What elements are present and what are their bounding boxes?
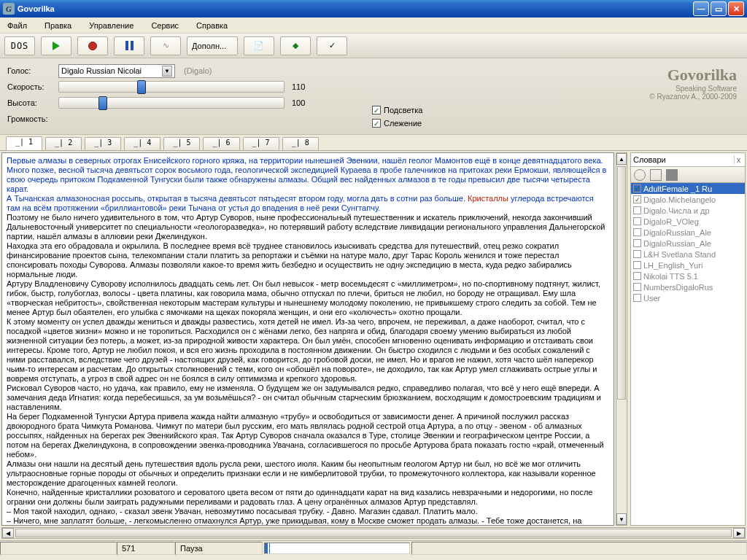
dict-item[interactable]: Digalo.Числа и др [631, 205, 745, 216]
highlight-checkbox[interactable]: ✓Подсветка [372, 104, 422, 117]
checkbox-icon: ✓ [633, 184, 641, 192]
dict-item[interactable]: NumbersDigaloRus [631, 281, 745, 292]
tab-2[interactable]: _| 2 [45, 137, 82, 150]
scroll-left-icon[interactable]: ◀ [2, 528, 14, 538]
dropdown-icon: ▼ [162, 66, 172, 77]
minimize-button[interactable]: — [693, 1, 709, 16]
dict-search-input[interactable] [633, 154, 734, 166]
text-pane[interactable]: Первые алмазы в северных отрогах Енисейс… [1, 152, 614, 526]
menubar: Файл Правка Управление Сервис Справка [0, 18, 747, 34]
speed-slider[interactable] [58, 81, 285, 93]
stop-button[interactable] [77, 36, 108, 55]
status-cell-1 [0, 542, 117, 555]
dict-item[interactable]: L&H Svetlana Stand [631, 249, 745, 260]
checkbox-icon [633, 283, 641, 291]
voice-select[interactable]: Digalo Russian Nicolai ▼ [58, 64, 175, 78]
checkbox-icon [633, 261, 641, 269]
check-icon: ✓ [329, 41, 336, 50]
hscroll-thumb[interactable] [15, 529, 732, 537]
dict-item[interactable]: DigaloRussian_Ale [631, 227, 745, 238]
text-body: Поэтому не было ничего удивительного в т… [7, 213, 605, 526]
clear-icon[interactable]: x [734, 155, 743, 164]
menu-control[interactable]: Управление [85, 20, 138, 31]
tab-8[interactable]: _| 8 [282, 137, 319, 150]
engine-label: (Digalo) [184, 66, 212, 75]
dict-item[interactable]: Nikolai TTS 5.1 [631, 271, 745, 281]
checkbox-icon: ✓ [372, 119, 381, 128]
tab-3[interactable]: _| 3 [85, 137, 121, 150]
dos-button[interactable]: DOS [4, 36, 35, 55]
vscrollbar[interactable]: ▲ ▼ [616, 152, 627, 526]
dict-toolbar [630, 167, 746, 183]
tool-a-button[interactable]: ∿ [150, 36, 181, 55]
window-title: Govorilka [18, 4, 55, 13]
dict-item[interactable]: User [631, 292, 745, 303]
checkbox-icon: ✓ [633, 195, 641, 203]
tab-4[interactable]: _| 4 [124, 137, 160, 150]
status-state: Пауза [175, 542, 263, 555]
checkbox-icon [633, 206, 641, 214]
tab-5[interactable]: _| 5 [163, 137, 200, 150]
dict-item[interactable]: DigaloRussian_Ale [631, 238, 745, 249]
dict-list: ✓AdultFemale _1 Ru✓Digalo.MichelangeloDi… [630, 183, 746, 526]
dict-search: x [630, 152, 746, 167]
check-button[interactable]: ✓ [317, 36, 347, 55]
dict-item[interactable]: LH_English_Yuri [631, 260, 745, 271]
dict-item[interactable]: ✓AdultFemale _1 Ru [631, 183, 745, 194]
statusbar: 571 Пауза [0, 540, 747, 555]
speed-label: Скорость: [7, 82, 58, 91]
tab-1[interactable]: _| 1 [6, 136, 42, 150]
menu-help[interactable]: Справка [192, 20, 232, 31]
scroll-up-icon[interactable]: ▲ [616, 153, 627, 165]
checkbox-icon [633, 250, 641, 258]
text-highlight: Первые алмазы в северных отрогах Енисейс… [7, 156, 606, 193]
brand: Govorilka Speaking Software © Ryazanov A… [649, 66, 737, 101]
stop-icon [88, 42, 97, 50]
menu-service[interactable]: Сервис [147, 20, 183, 31]
pitch-slider[interactable] [58, 97, 285, 109]
document-icon: 📄 [254, 41, 264, 50]
main-area: Первые алмазы в северных отрогах Енисейс… [0, 151, 747, 527]
voice-label: Голос: [7, 66, 58, 75]
dict-button[interactable]: ◆ [280, 36, 311, 55]
book-icon: ◆ [293, 41, 298, 50]
pitch-value: 100 [292, 98, 312, 107]
follow-checkbox[interactable]: ✓Слежение [372, 117, 422, 130]
scroll-down-icon[interactable]: ▼ [616, 513, 627, 525]
status-cell-rest [411, 542, 747, 555]
menu-edit[interactable]: Правка [40, 20, 76, 31]
scroll-right-icon[interactable]: ▶ [733, 528, 745, 538]
close-button[interactable]: ✕ [728, 1, 744, 16]
play-button[interactable] [41, 36, 71, 55]
volume-label: Громкость: [7, 114, 58, 123]
extra-button[interactable]: Дополн... [187, 36, 238, 55]
slider-thumb[interactable] [98, 96, 107, 110]
dict-item[interactable]: DigaloR_VOleg [631, 216, 745, 227]
square-icon[interactable] [650, 169, 662, 181]
tabstrip: _| 1_| 2_| 3_| 4_| 5_| 6_| 7_| 8 [0, 135, 747, 151]
play-icon [53, 42, 60, 50]
pause-button[interactable] [114, 36, 144, 55]
toolbar: DOS ∿ Дополн... 📄 ◆ ✓ [0, 34, 747, 58]
maximize-button[interactable]: ▭ [711, 1, 727, 16]
slider-thumb[interactable] [137, 80, 146, 94]
tab-7[interactable]: _| 7 [243, 137, 279, 150]
tab-6[interactable]: _| 6 [203, 137, 239, 150]
dictionary-panel: x ✓AdultFemale _1 Ru✓Digalo.Michelangelo… [630, 152, 746, 526]
menu-file[interactable]: Файл [3, 20, 31, 31]
dict-item[interactable]: ✓Digalo.Michelangelo [631, 194, 745, 205]
wave-icon: ∿ [163, 41, 169, 50]
checkbox-icon [633, 272, 641, 280]
pause-icon [125, 41, 133, 50]
scroll-thumb[interactable] [617, 166, 626, 400]
status-position: 571 [117, 542, 175, 555]
checkbox-icon [633, 228, 641, 236]
app-icon: G [3, 3, 15, 15]
checkbox-icon: ✓ [372, 106, 381, 114]
hscrollbar[interactable]: ◀ ▶ [1, 527, 746, 539]
doc-button[interactable]: 📄 [244, 36, 274, 55]
tool-icon[interactable] [666, 169, 678, 181]
circle-icon[interactable] [634, 169, 646, 181]
checkbox-icon [633, 294, 641, 302]
pitch-label: Высота: [7, 98, 58, 107]
